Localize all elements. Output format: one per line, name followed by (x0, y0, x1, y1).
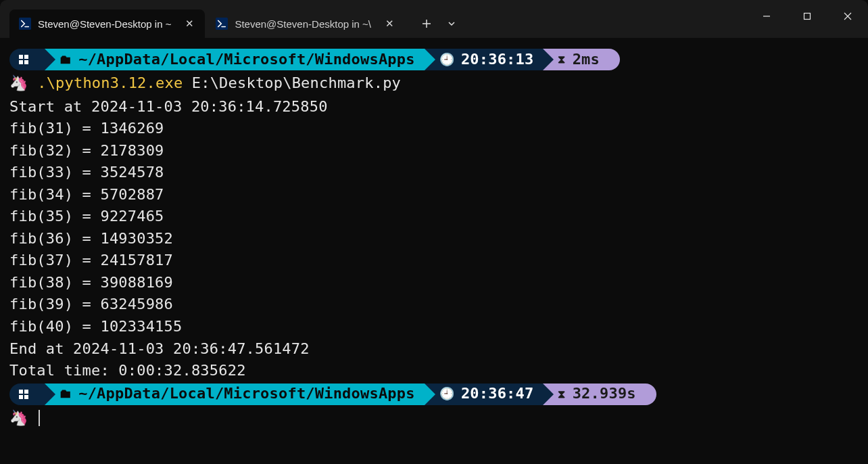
tab-dropdown-button[interactable] (441, 12, 462, 35)
prompt-time-segment: 🕘 20:36:47 (425, 384, 544, 405)
svg-rect-2 (804, 14, 811, 20)
powershell-icon (216, 18, 228, 30)
prompt-time-segment: 🕘 20:36:13 (425, 49, 544, 70)
prompt-path: ~/AppData/Local/Microsoft/WindowsApps (78, 383, 414, 405)
command-line: 🦄 .\python3.12.exe E:\Desktop\Benchmark.… (9, 72, 859, 95)
tab-active[interactable]: Steven@Steven-Desktop in ~ ✕ (9, 9, 205, 38)
cursor (39, 410, 40, 426)
prompt-duration: 2ms (573, 49, 600, 71)
prompt-bar: 🖿 ~/AppData/Local/Microsoft/WindowsApps … (9, 49, 859, 70)
close-icon[interactable]: ✕ (182, 16, 197, 31)
output-line: fib(36) = 14930352 (9, 228, 859, 250)
svg-rect-7 (19, 390, 23, 394)
command-argument: E:\Desktop\Benchmark.py (192, 74, 401, 91)
windows-icon (19, 390, 28, 399)
unicorn-icon: 🦄 (9, 407, 28, 430)
command-line-empty[interactable]: 🦄 (9, 407, 859, 430)
command-executable: .\python3.12.exe (37, 74, 183, 91)
output-line: fib(38) = 39088169 (9, 272, 859, 294)
svg-rect-9 (19, 395, 23, 399)
maximize-button[interactable] (787, 0, 827, 32)
output-line: fib(37) = 24157817 (9, 250, 859, 272)
output-line: fib(35) = 9227465 (9, 206, 859, 228)
powershell-icon (19, 18, 31, 30)
svg-rect-6 (24, 60, 28, 64)
prompt-path-segment: 🖿 ~/AppData/Local/Microsoft/WindowsApps (45, 49, 425, 70)
folder-icon: 🖿 (59, 51, 72, 69)
stopwatch-icon: ⧗ (558, 51, 565, 68)
folder-icon: 🖿 (59, 385, 72, 403)
clock-icon: 🕘 (439, 51, 454, 69)
output-line: fib(40) = 102334155 (9, 316, 859, 338)
tab-title: Steven@Steven-Desktop in ~\ (235, 18, 371, 30)
output-line: fib(32) = 2178309 (9, 140, 859, 162)
output-line: fib(31) = 1346269 (9, 118, 859, 140)
prompt-time: 20:36:13 (461, 49, 534, 71)
stopwatch-icon: ⧗ (558, 386, 565, 402)
output-line: fib(33) = 3524578 (9, 162, 859, 184)
svg-rect-10 (24, 395, 28, 399)
svg-rect-4 (24, 55, 28, 59)
terminal-body[interactable]: 🖿 ~/AppData/Local/Microsoft/WindowsApps … (0, 38, 868, 441)
clock-icon: 🕘 (439, 385, 454, 403)
prompt-path: ~/AppData/Local/Microsoft/WindowsApps (78, 49, 414, 71)
minimize-button[interactable] (746, 0, 787, 32)
tab-inactive[interactable]: Steven@Steven-Desktop in ~\ ✕ (206, 9, 405, 38)
windows-icon (19, 55, 28, 64)
titlebar-actions (413, 9, 462, 38)
svg-rect-3 (19, 55, 23, 59)
svg-rect-8 (24, 390, 28, 394)
new-tab-button[interactable] (413, 12, 440, 35)
svg-rect-5 (19, 60, 23, 64)
output-line: fib(39) = 63245986 (9, 294, 859, 316)
prompt-duration-segment: ⧗ 32.939s (543, 384, 645, 405)
tab-title: Steven@Steven-Desktop in ~ (38, 18, 171, 30)
close-button[interactable] (827, 0, 868, 32)
output-total: Total time: 0:00:32.835622 (9, 360, 859, 382)
output-line: fib(34) = 5702887 (9, 184, 859, 206)
prompt-os-segment (9, 384, 45, 405)
unicorn-icon: 🦄 (9, 72, 28, 95)
prompt-bar: 🖿 ~/AppData/Local/Microsoft/WindowsApps … (9, 384, 859, 405)
close-icon[interactable]: ✕ (382, 16, 397, 31)
output-start: Start at 2024-11-03 20:36:14.725850 (9, 96, 859, 118)
prompt-duration: 32.939s (573, 383, 636, 405)
window-controls (746, 0, 868, 32)
prompt-os-segment (9, 49, 45, 70)
output-end: End at 2024-11-03 20:36:47.561472 (9, 338, 859, 361)
prompt-time: 20:36:47 (461, 383, 534, 405)
titlebar: Steven@Steven-Desktop in ~ ✕ Steven@Stev… (0, 0, 868, 38)
prompt-path-segment: 🖿 ~/AppData/Local/Microsoft/WindowsApps (45, 384, 425, 405)
